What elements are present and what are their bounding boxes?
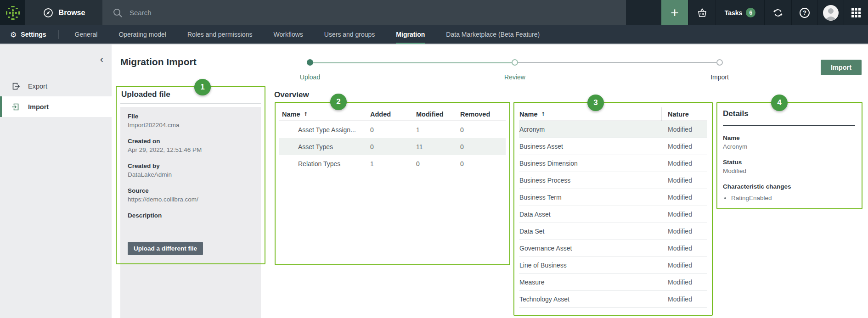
settings-tab[interactable]: Roles and permissions: [177, 25, 263, 44]
upload-different-file-button[interactable]: Upload a different file: [128, 242, 203, 255]
details-panel: Details Name Acronym Status Modified Cha…: [716, 102, 862, 209]
main-content: Migration Import Import Upload Review Im…: [112, 45, 868, 318]
stepper-dot-import: [716, 59, 723, 66]
field-group: Name Acronym: [723, 134, 856, 151]
details-title: Details: [723, 109, 856, 118]
details-fields: Name Acronym Status Modified: [723, 134, 856, 175]
column-header-added[interactable]: Added: [364, 107, 410, 121]
create-button[interactable]: +: [661, 0, 688, 25]
column-header-modified[interactable]: Modified: [410, 107, 454, 121]
sort-asc-icon: ↑: [541, 111, 546, 117]
import-button[interactable]: Import: [821, 60, 862, 75]
overview-table-row[interactable]: Asset Types 0 11 0: [279, 138, 506, 155]
tasks-count-badge: 6: [746, 8, 755, 17]
annotation-badge-1: 1: [194, 79, 211, 95]
column-header-removed[interactable]: Removed: [454, 107, 506, 121]
settings-tabs: General Operating model Roles and permis…: [64, 25, 551, 44]
changes-table-row[interactable]: Data Asset Modified: [519, 206, 707, 223]
changes-table-row[interactable]: Technology Asset Modified: [519, 291, 707, 308]
column-header-nature[interactable]: Nature: [661, 107, 707, 121]
sort-asc-icon: ↑: [304, 111, 308, 117]
settings-tab[interactable]: Users and groups: [314, 25, 386, 44]
help-button[interactable]: ?: [791, 0, 817, 25]
changes-table-row[interactable]: Business Dimension Modified: [519, 155, 707, 172]
field-group: Status Modified: [723, 158, 856, 175]
column-header-name[interactable]: Name ↑: [279, 107, 364, 121]
annotation-badge-2: 2: [330, 94, 347, 110]
stepper-track-upcoming: [515, 62, 720, 63]
export-icon: [11, 82, 20, 91]
settings-tab[interactable]: Workflows: [263, 25, 314, 44]
uploaded-file-card: File Import202204.cma Created on Apr 29,…: [120, 107, 261, 318]
annotation-badge-4: 4: [771, 95, 788, 111]
app-logo[interactable]: [0, 0, 25, 25]
changes-table-row[interactable]: Governance Asset Modified: [519, 240, 707, 257]
uploaded-file-title-rule: [120, 103, 261, 104]
field-group: Source https://demo.collibra.com/: [128, 187, 254, 204]
column-header-name[interactable]: Name ↑: [519, 107, 661, 121]
settings-tab[interactable]: General: [64, 25, 108, 44]
field-group: Description: [128, 212, 254, 229]
basket-icon: [697, 8, 707, 18]
page-title: Migration Import: [120, 56, 197, 67]
topbar-spacer: [626, 0, 661, 25]
stepper-label-import: Import: [710, 73, 729, 81]
browse-button[interactable]: Browse: [25, 0, 102, 25]
settings-label: Settings: [21, 31, 46, 38]
stepper-label-upload: Upload: [300, 73, 320, 81]
sidebar-item-import[interactable]: Import: [0, 96, 112, 117]
changes-table-header: Name ↑ Nature: [519, 107, 707, 121]
overview-table-row[interactable]: Asset Type Assign... 0 1 0: [279, 121, 506, 138]
changes-table-body: Acronym Modified Business Asset Modified…: [519, 121, 707, 308]
changes-table-row[interactable]: Line of Business Modified: [519, 257, 707, 274]
characteristic-changes-label: Characteristic changes: [723, 183, 856, 191]
overview-table-header: Name ↑ Added Modified Removed: [279, 107, 506, 121]
sync-button[interactable]: [764, 0, 791, 25]
field-group: Created on Apr 29, 2022, 12:51:46 PM: [128, 137, 254, 154]
migration-sidebar: ‹ Export Import: [0, 45, 112, 318]
changes-table-row[interactable]: Business Asset Modified: [519, 138, 707, 155]
global-search: [102, 0, 626, 25]
overview-table-row[interactable]: Relation Types 1 0 0: [279, 155, 506, 172]
sidebar-item-export[interactable]: Export: [0, 76, 112, 96]
characteristic-item: RatingEnabled: [731, 194, 856, 202]
stepper-track-complete: [310, 62, 515, 63]
user-menu-button[interactable]: [817, 0, 844, 25]
top-navbar: Browse + Tasks 6 ?: [0, 0, 868, 25]
settings-tab[interactable]: Operating model: [108, 25, 177, 44]
search-input[interactable]: [130, 9, 543, 17]
changes-table-row[interactable]: Measure Modified: [519, 274, 707, 291]
tasks-label: Tasks: [725, 9, 743, 17]
uploaded-file-fields: File Import202204.cma Created on Apr 29,…: [128, 112, 254, 229]
characteristic-changes-list: RatingEnabled: [731, 194, 856, 202]
stepper-dot-review: [512, 59, 518, 66]
settings-tab[interactable]: Data Marketplace (Beta Feature): [435, 25, 550, 44]
plus-icon: +: [671, 5, 679, 21]
overview-table-body: Asset Type Assign... 0 1 0 Asset Types 0…: [279, 121, 506, 172]
stepper-dot-upload: [307, 59, 313, 66]
changes-table-row[interactable]: Business Process Modified: [519, 172, 707, 189]
stepper-label-review: Review: [504, 73, 525, 81]
search-icon: [113, 8, 123, 18]
sync-icon: [773, 8, 783, 18]
avatar: [823, 5, 839, 21]
browse-label: Browse: [59, 9, 85, 17]
collapse-sidebar-icon[interactable]: ‹: [100, 56, 103, 64]
sidebar-menu: Export Import: [0, 76, 112, 117]
overview-table: Name ↑ Added Modified Removed Asset Type…: [279, 107, 506, 172]
changes-table-row[interactable]: Business Term Modified: [519, 189, 707, 206]
settings-navbar: ⚙ Settings General Operating model Roles…: [0, 25, 868, 45]
collibra-logo-icon: [5, 5, 21, 21]
tasks-button[interactable]: Tasks 6: [716, 0, 764, 25]
changes-table-row[interactable]: Data Set Modified: [519, 223, 707, 240]
shopping-basket-button[interactable]: [688, 0, 716, 25]
import-icon: [11, 102, 20, 112]
uploaded-file-title: Uploaded file: [121, 90, 170, 99]
apps-menu-button[interactable]: [844, 0, 868, 25]
overview-heading: Overview: [274, 90, 309, 100]
grid-icon: [851, 8, 861, 17]
settings-tab[interactable]: Migration: [385, 25, 435, 44]
changes-table-row[interactable]: Acronym Modified: [519, 121, 707, 138]
compass-icon: [43, 7, 54, 18]
details-title-rule: [723, 125, 855, 126]
